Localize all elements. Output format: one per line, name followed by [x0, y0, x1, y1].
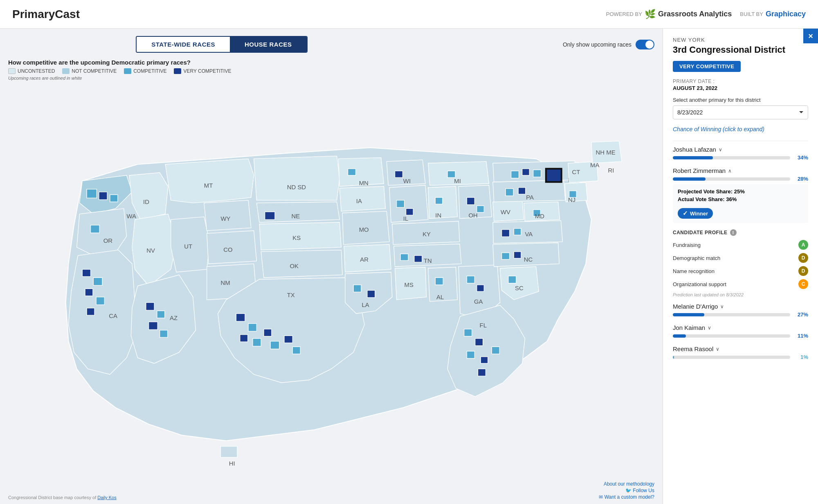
svg-text:CT: CT: [572, 169, 580, 175]
legend-very-competitive: VERY COMPETITIVE: [174, 68, 231, 74]
built-by-label: BUILT BY Graphicacy: [740, 10, 806, 18]
svg-rect-31: [248, 324, 256, 332]
svg-rect-57: [447, 171, 455, 177]
methodology-link[interactable]: About our methodology: [604, 481, 654, 487]
svg-rect-2: [99, 192, 107, 200]
candidate-bar-bg-lafazan: [673, 156, 790, 159]
svg-rect-66: [467, 276, 474, 283]
svg-text:WY: WY: [220, 215, 230, 222]
grassroots-leaf-icon: 🌿: [645, 9, 656, 20]
svg-rect-50: [406, 208, 413, 215]
candidate-bar-darrigo: 27%: [673, 311, 808, 318]
tabs-row: STATE-WIDE RACES HOUSE RACES Only show u…: [8, 29, 654, 57]
candidate-row-kaiman: Jon Kaiman ∨ 11%: [673, 324, 808, 339]
chance-of-winning-link[interactable]: Chance of Winning (click to expand): [673, 126, 808, 132]
tab-state-wide[interactable]: STATE-WIDE RACES: [137, 37, 230, 52]
candidate-chevron-darrigo[interactable]: ∨: [720, 304, 724, 309]
daily-kos-link[interactable]: Daily Kos: [97, 495, 116, 500]
svg-rect-49: [397, 200, 405, 208]
candidate-pct-rasool: 1%: [793, 354, 808, 360]
legend-competitive: COMPETITIVE: [124, 68, 166, 74]
candidate-bar-zimmerman: 28%: [673, 176, 808, 182]
candidate-bar-bg-kaiman: [673, 334, 790, 338]
svg-text:IA: IA: [356, 198, 362, 204]
svg-text:WV: WV: [501, 209, 510, 215]
candidate-name-lafazan: Joshua Lafazan: [673, 146, 716, 153]
candidate-row-darrigo: Melanie D'Arrigo ∨ 27%: [673, 303, 808, 318]
legend-swatch-competitive: [124, 68, 131, 74]
candidate-bar-fill-zimmerman: [673, 177, 706, 181]
svg-text:ND SD: ND SD: [287, 184, 306, 190]
candidate-bar-fill-lafazan: [673, 156, 713, 159]
legend-swatch-very-competitive: [174, 68, 181, 74]
actual-vote-share-label: Actual Vote Share: 36%: [678, 196, 803, 202]
svg-rect-3: [110, 195, 118, 202]
candidate-chevron-zimmerman[interactable]: ∧: [728, 168, 732, 174]
svg-rect-87: [506, 188, 513, 196]
candidate-chevron-kaiman[interactable]: ∨: [708, 325, 711, 331]
grade-badge-fundraising: A: [798, 240, 808, 250]
legend-swatch-uncontested: [8, 68, 16, 74]
svg-text:NJ: NJ: [568, 197, 575, 203]
svg-rect-69: [464, 329, 472, 336]
svg-rect-82: [514, 228, 521, 235]
follow-link[interactable]: 🐦 Follow Us: [625, 488, 654, 493]
svg-rect-11: [96, 297, 104, 305]
svg-text:VA: VA: [525, 231, 533, 237]
candidate-name-zimmerman: Robert Zimmerman: [673, 167, 726, 174]
candidate-row-lafazan: Joshua Lafazan ∨ 34%: [673, 146, 808, 161]
svg-rect-71: [467, 351, 474, 358]
svg-text:AL: AL: [436, 294, 444, 300]
panel-district: 3rd Congressional District: [673, 45, 808, 55]
svg-rect-45: [367, 290, 375, 298]
svg-rect-79: [514, 252, 521, 258]
candidate-name-row-darrigo: Melanie D'Arrigo ∨: [673, 303, 808, 310]
map-container[interactable]: WA OR ID CA NV: [8, 81, 654, 479]
svg-text:IL: IL: [403, 215, 408, 222]
svg-rect-44: [353, 285, 361, 292]
profile-row-fundraising: Fundraising A: [673, 240, 808, 250]
candidate-pct-darrigo: 27%: [793, 311, 808, 318]
svg-text:TN: TN: [424, 258, 432, 264]
upcoming-races-toggle[interactable]: [636, 40, 654, 49]
svg-rect-18: [160, 330, 168, 338]
candidate-row-zimmerman: Robert Zimmerman ∧ 28% Projected Vote Sh…: [673, 167, 808, 223]
panel-close-button[interactable]: ×: [803, 29, 818, 43]
svg-rect-17: [149, 322, 158, 329]
svg-rect-15: [146, 302, 154, 310]
svg-text:MI: MI: [454, 178, 461, 184]
candidate-chevron-lafazan[interactable]: ∨: [719, 147, 722, 152]
profile-row-org-support: Organizational support C: [673, 279, 808, 289]
svg-rect-92: [522, 169, 530, 175]
svg-rect-70: [475, 338, 483, 346]
svg-rect-54: [467, 197, 474, 205]
candidate-bar-lafazan: 34%: [673, 155, 808, 161]
svg-rect-9: [93, 278, 102, 285]
candidate-bar-fill-rasool: [673, 356, 674, 359]
winner-badge: ✓ Winner: [678, 208, 713, 219]
candidate-chevron-rasool[interactable]: ∨: [716, 346, 719, 352]
svg-text:NH ME: NH ME: [596, 149, 616, 156]
primary-date-label: PRIMARY DATE :: [673, 78, 808, 84]
svg-rect-32: [240, 335, 248, 342]
svg-rect-55: [477, 206, 484, 212]
header: PrimaryCast POWERED BY 🌿 Grassroots Anal…: [0, 0, 818, 29]
svg-rect-47: [395, 171, 403, 177]
svg-rect-64: [435, 278, 443, 285]
candidate-name-row-kaiman: Jon Kaiman ∨: [673, 324, 808, 331]
svg-text:KS: KS: [292, 235, 301, 241]
us-map-svg[interactable]: WA OR ID CA NV: [8, 81, 654, 479]
tab-house[interactable]: HOUSE RACES: [230, 37, 307, 52]
primary-select[interactable]: 8/23/2022: [673, 105, 808, 119]
profile-info-icon[interactable]: i: [730, 229, 737, 236]
powered-by-label: POWERED BY 🌿 Grassroots Analytics: [606, 9, 732, 20]
candidate-details-zimmerman: Projected Vote Share: 25% Actual Vote Sh…: [673, 184, 808, 223]
winner-check-icon: ✓: [683, 210, 688, 217]
svg-text:ID: ID: [143, 199, 149, 205]
svg-text:KY: KY: [422, 231, 431, 237]
profile-row-demographic: Demographic match D: [673, 253, 808, 263]
svg-rect-39: [348, 169, 356, 175]
candidate-pct-zimmerman: 28%: [793, 176, 808, 182]
candidate-name-row-zimmerman: Robert Zimmerman ∧: [673, 167, 808, 174]
custom-model-link[interactable]: ✉ Want a custom model?: [599, 494, 654, 500]
